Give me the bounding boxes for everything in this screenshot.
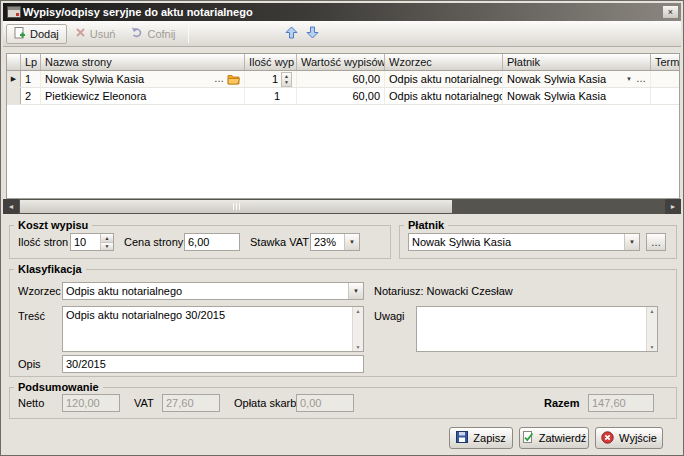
move-up-button[interactable] (281, 24, 302, 44)
cell-payer: Nowak Sylwia Kasia (503, 88, 651, 104)
delete-button[interactable]: Usuń (67, 24, 124, 44)
row-indicator (7, 88, 21, 104)
data-grid: Lp Nazwa strony Ilość wyp Wartość wypisó… (6, 53, 680, 199)
delete-icon (75, 27, 86, 40)
cell-count[interactable]: 1 ▲ ▼ (245, 71, 297, 87)
add-button-label: Dodaj (30, 28, 59, 40)
column-header-template[interactable]: Wzorzec (385, 54, 503, 70)
notes-scroll-down-icon[interactable]: ▼ (650, 344, 655, 350)
cell-name[interactable]: Nowak Sylwia Kasia … (41, 71, 245, 87)
grid-row-1[interactable]: ▶ 1 Nowak Sylwia Kasia … 1 ▲ ▼ 60,00 Odp… (7, 71, 679, 88)
cell-name-text: Nowak Sylwia Kasia (45, 73, 144, 85)
vat-rate-dropdown-icon[interactable]: ▼ (344, 234, 359, 250)
count-spinner-down-icon[interactable]: ▼ (282, 79, 291, 86)
cell-term (651, 71, 679, 87)
content-memo-scrollbar[interactable]: ▲ ▼ (352, 307, 363, 351)
notes-memo-text[interactable] (418, 308, 645, 350)
payer-browse-button[interactable]: … (646, 233, 666, 251)
summary-group: Podsumowanie Netto VAT Opłata skarbowa R… (9, 387, 677, 419)
content-memo[interactable]: Odpis aktu notarialnego 30/2015 ▲ ▼ (62, 306, 364, 352)
content-scroll-up-icon[interactable]: ▲ (356, 308, 361, 314)
titlebar[interactable]: Wypisy/odpisy seryjne do aktu notarialne… (3, 3, 681, 21)
column-header-count[interactable]: Ilość wyp (245, 54, 297, 70)
price-label: Cena strony (124, 236, 183, 248)
grid-row-2[interactable]: 2 Pietkiewicz Eleonora 1 60,00 Odpis akt… (7, 88, 679, 105)
payer-group-title: Płatnik (404, 218, 448, 232)
count-spinner[interactable]: ▲ ▼ (281, 72, 292, 87)
vat-label: VAT (134, 397, 154, 409)
move-down-button[interactable] (302, 24, 323, 44)
scroll-right-button[interactable]: ► (665, 199, 681, 214)
scroll-left-button[interactable]: ◄ (3, 199, 19, 214)
window-title: Wypisy/odpisy seryjne do aktu notarialne… (23, 6, 662, 18)
notes-scroll-up-icon[interactable]: ▲ (650, 308, 655, 314)
current-row-indicator: ▶ (7, 71, 21, 87)
column-header-payer[interactable]: Płatnik (503, 54, 651, 70)
vat-rate-combo[interactable]: 23% ▼ (310, 233, 360, 251)
exit-button[interactable]: Wyjście (595, 427, 663, 449)
cell-lp: 1 (21, 71, 41, 87)
cell-term (651, 88, 679, 104)
scrollbar-thumb[interactable] (20, 200, 452, 213)
down-arrow-icon (306, 26, 319, 42)
template-combo[interactable]: Odpis aktu notarialnego ▼ (62, 282, 364, 300)
add-button[interactable]: Dodaj (6, 24, 67, 44)
cell-payer[interactable]: Nowak Sylwia Kasia ▼ … (503, 71, 651, 87)
folder-icon[interactable] (227, 74, 240, 85)
stamp-duty-input (296, 394, 354, 412)
cell-payer-text: Nowak Sylwia Kasia (507, 73, 606, 85)
pages-spinner-down-icon[interactable]: ▼ (101, 243, 113, 251)
pages-spinner-up-icon[interactable]: ▲ (101, 234, 113, 243)
column-header-lp[interactable]: Lp (21, 54, 41, 70)
description-input[interactable] (62, 355, 364, 373)
payer-combo-dropdown-icon[interactable]: ▼ (624, 234, 639, 250)
horizontal-scrollbar[interactable]: ◄ ► (3, 199, 681, 214)
grid-header: Lp Nazwa strony Ilość wyp Wartość wypisó… (7, 54, 679, 71)
classification-group: Klasyfikacja Wzorzec Odpis aktu notarial… (9, 269, 677, 377)
toolbar: Dodaj Usuń Cofnij (3, 21, 681, 47)
cell-value: 60,00 (297, 88, 385, 104)
net-label: Netto (18, 397, 44, 409)
approve-button-label: Zatwierdź (539, 432, 587, 444)
pages-value[interactable]: 10 (71, 234, 100, 250)
content-label: Treść (18, 310, 45, 322)
window-icon (7, 6, 21, 18)
cell-name: Pietkiewicz Eleonora (41, 88, 245, 104)
column-header-term[interactable]: Termin w (651, 54, 679, 70)
cell-lp: 2 (21, 88, 41, 104)
description-label: Opis (18, 358, 41, 370)
content-scroll-down-icon[interactable]: ▼ (356, 344, 361, 350)
pages-spinner[interactable]: 10 ▲ ▼ (70, 233, 114, 251)
total-input (588, 394, 654, 412)
undo-icon (131, 27, 143, 40)
cell-count-text: 1 (272, 73, 278, 85)
exit-icon (601, 431, 614, 446)
column-header-value[interactable]: Wartość wypisów (297, 54, 385, 70)
save-button-label: Zapisz (473, 432, 505, 444)
save-button[interactable]: Zapisz (449, 427, 513, 449)
notes-memo[interactable]: ▲ ▼ (416, 306, 658, 352)
payer-combo[interactable]: Nowak Sylwia Kasia ▼ (408, 233, 640, 251)
notes-memo-scrollbar[interactable]: ▲ ▼ (646, 307, 657, 351)
payer-dropdown-icon[interactable]: ▼ (626, 76, 632, 82)
notary-text: Notariusz: Nowacki Czesław (374, 285, 513, 297)
approve-button[interactable]: Zatwierdź (519, 427, 589, 449)
cell-count: 1 (245, 88, 297, 104)
dialog-window: Wypisy/odpisy seryjne do aktu notarialne… (0, 0, 684, 456)
payer-ellipsis-button[interactable]: … (636, 74, 646, 84)
grid-empty-area (7, 105, 679, 198)
close-button[interactable]: × (662, 5, 679, 19)
price-input[interactable] (184, 233, 240, 251)
column-header-indicator (7, 54, 21, 70)
payer-group: Płatnik Nowak Sylwia Kasia ▼ … (399, 225, 677, 259)
content-memo-text[interactable]: Odpis aktu notarialnego 30/2015 (64, 308, 351, 350)
net-input (62, 394, 120, 412)
cell-template: Odpis aktu notarialnego (385, 88, 503, 104)
column-header-name[interactable]: Nazwa strony (41, 54, 245, 70)
exit-button-label: Wyjście (619, 432, 657, 444)
vat-rate-label: Stawka VAT (250, 236, 309, 248)
scrollbar-track[interactable] (19, 199, 665, 214)
name-ellipsis-button[interactable]: … (214, 74, 224, 84)
template-dropdown-icon[interactable]: ▼ (348, 283, 363, 299)
undo-button[interactable]: Cofnij (123, 24, 183, 44)
